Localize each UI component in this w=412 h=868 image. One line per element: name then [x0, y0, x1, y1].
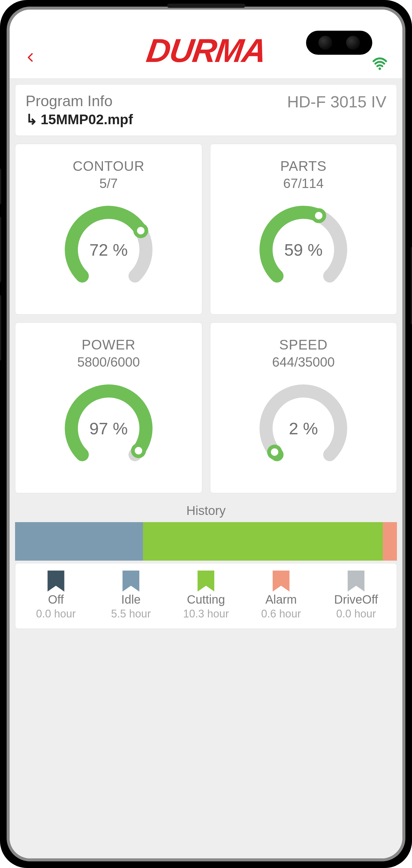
gauge-ring: 2 %	[257, 382, 350, 475]
phone-speaker	[167, 4, 245, 8]
gauge-speed[interactable]: SPEED 644/35000 2 %	[210, 322, 397, 493]
gauge-parts[interactable]: PARTS 67/114 59 %	[210, 144, 397, 315]
wifi-icon	[372, 57, 387, 69]
hw-button	[0, 295, 1, 361]
program-info-label: Program Info	[26, 92, 133, 110]
program-info-card[interactable]: Program Info ↳ 15MMP02.mpf HD-F 3015 IV	[15, 84, 397, 136]
history-seg-idle	[15, 522, 143, 561]
bookmark-icon	[273, 570, 290, 592]
gauge-title: SPEED	[279, 337, 328, 353]
legend-hours: 10.3 hour	[183, 608, 229, 620]
legend-alarm[interactable]: Alarm 0.6 hour	[254, 570, 308, 620]
empty-space	[15, 629, 397, 809]
gauge-sub: 644/35000	[272, 354, 335, 370]
legend-label: Off	[48, 593, 64, 606]
legend-idle[interactable]: Idle 5.5 hour	[104, 570, 158, 620]
hw-button	[411, 247, 412, 325]
legend-label: Alarm	[265, 593, 297, 606]
bookmark-icon	[48, 570, 64, 592]
history-legend: Off 0.0 hour Idle 5.5 hour Cutting 10.3 …	[15, 563, 397, 629]
hw-button	[0, 168, 1, 205]
legend-hours: 0.0 hour	[336, 608, 376, 620]
legend-label: Cutting	[187, 593, 225, 606]
history-seg-cutting	[143, 522, 383, 561]
gauge-ring: 97 %	[62, 382, 155, 475]
bookmark-icon	[348, 570, 364, 592]
gauge-percent: 72 %	[62, 203, 155, 296]
camera-cutout	[306, 31, 372, 55]
gauge-title: POWER	[82, 337, 136, 353]
bookmark-icon	[122, 570, 139, 592]
gauge-grid: CONTOUR 5/7 72 % PARTS 67/114 59 %	[15, 144, 397, 493]
subdir-arrow-icon: ↳	[26, 111, 38, 128]
history-bar[interactable]	[15, 522, 397, 561]
program-file-name: 15MMP02.mpf	[41, 111, 133, 127]
phone-frame: DURMA Program Info	[0, 0, 412, 868]
legend-label: Idle	[121, 593, 141, 606]
legend-driveoff[interactable]: DriveOff 0.0 hour	[329, 570, 383, 620]
legend-hours: 0.0 hour	[36, 608, 76, 620]
gauge-ring: 72 %	[62, 203, 155, 296]
legend-hours: 5.5 hour	[111, 608, 151, 620]
gauge-title: CONTOUR	[72, 158, 144, 174]
machine-model: HD-F 3015 IV	[287, 92, 386, 111]
gauge-sub: 67/114	[283, 176, 324, 191]
gauge-sub: 5800/6000	[77, 354, 140, 370]
history-section: History Off 0.0 hour	[15, 503, 397, 629]
svg-point-0	[379, 67, 381, 70]
legend-off[interactable]: Off 0.0 hour	[29, 570, 83, 620]
gauge-percent: 97 %	[62, 382, 155, 475]
bookmark-icon	[198, 570, 214, 592]
gauge-title: PARTS	[280, 158, 326, 174]
gauge-ring: 59 %	[257, 203, 350, 296]
legend-hours: 0.6 hour	[261, 608, 301, 620]
history-title: History	[15, 503, 397, 518]
gauge-percent: 59 %	[257, 203, 350, 296]
history-seg-alarm	[383, 522, 397, 561]
legend-label: DriveOff	[334, 593, 378, 606]
gauge-sub: 5/7	[99, 176, 118, 191]
gauge-contour[interactable]: CONTOUR 5/7 72 %	[15, 144, 202, 315]
screen: DURMA Program Info	[10, 10, 402, 858]
program-file: ↳ 15MMP02.mpf	[26, 111, 133, 128]
gauge-percent: 2 %	[257, 382, 350, 475]
legend-cutting[interactable]: Cutting 10.3 hour	[179, 570, 233, 620]
gauge-power[interactable]: POWER 5800/6000 97 %	[15, 322, 202, 493]
content-area: Program Info ↳ 15MMP02.mpf HD-F 3015 IV …	[10, 79, 402, 858]
hw-button	[0, 217, 1, 283]
